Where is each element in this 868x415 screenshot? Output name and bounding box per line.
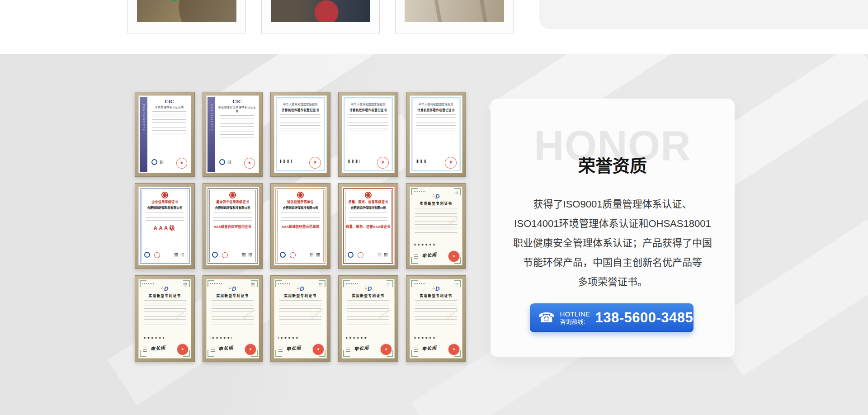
barcode (280, 160, 292, 163)
description-line: 获得了ISO9001质量管理体系认证、 (507, 194, 718, 214)
certificate-title: 质量、服务、信誉等级证书 (344, 199, 392, 204)
cic-logo: CIC (217, 99, 257, 104)
qr-code (160, 160, 164, 164)
gallery-card-2[interactable] (261, 0, 380, 33)
hotline-phone-number: 138-5600-3485 (595, 310, 693, 326)
page-title: 荣誉资质 (491, 152, 735, 177)
certificate-text-lines (212, 300, 254, 326)
certificate-text-lines (279, 300, 322, 326)
certificate-cic-environment[interactable]: CERTIFICATE CIC 环境管理体系认证证书 ★ (135, 92, 195, 177)
certificate-utility-patent-3[interactable]: ∴D 实用新型专利证书 CNIPA 申长雨 ★ (203, 275, 263, 362)
barcode (414, 337, 435, 339)
barcode (414, 244, 435, 245)
cnipa-logo-icon: ∴D (274, 286, 327, 292)
red-seal-icon (154, 252, 160, 258)
certificate-text-lines (280, 114, 320, 133)
red-star-seal-icon: ★ (175, 156, 188, 170)
certificate-enterprise-credit-aaa[interactable]: 企业信用等级证书 合肥珂玛环保科技有限公司 AAA级 (135, 183, 195, 269)
credit-grade: AAA级 (141, 224, 189, 231)
cnipa-logo-icon: ∴D (410, 193, 462, 199)
certificate-side-label: CERTIFICATE (142, 104, 145, 132)
barcode (348, 160, 360, 163)
signature-label (414, 348, 418, 352)
certificate-number-line (346, 283, 359, 284)
certificate-number-line (414, 191, 426, 192)
certificate-text-lines (146, 212, 184, 222)
certificate-utility-patent-5[interactable]: ∴D 实用新型专利证书 CNIPA 申长雨 ★ (338, 275, 398, 362)
phone-icon: ☎ (538, 311, 555, 325)
certificate-software-copyright-3[interactable]: 中华人民共和国国家版权局 计算机软件著作权登记证书 ★ (406, 92, 466, 177)
commissioner-signature: 申长雨 (421, 344, 437, 352)
certificate-title: 实用新型专利证书 (410, 201, 462, 206)
certificate-software-copyright-2[interactable]: 中华人民共和国国家版权局 计算机软件著作权登记证书 ★ (338, 92, 398, 177)
honor-card: HONOR 荣誉资质 获得了ISO9001质量管理体系认证、 ISO14001环… (491, 99, 735, 357)
credit-grade: AAA级诚信经营示范单位 (276, 224, 325, 229)
certificate-cic-ohs[interactable]: CERTIFICATE CIC 职业健康安全管理体系认证证书 ★ (203, 92, 263, 177)
gallery-card-1[interactable] (127, 0, 246, 33)
certificate-number-line (210, 283, 223, 284)
certificate-utility-patent-1[interactable]: ∴D 实用新型专利证书 CNIPA 申长雨 ★ (406, 183, 466, 269)
certificate-side-stripe: CERTIFICATE (140, 97, 147, 172)
certificate-quality-service-reputation[interactable]: 质量、服务、信誉等级证书 合肥珂玛环保科技有限公司 质量、服务、信誉AAA级企业 (338, 183, 398, 269)
national-emblem-seal-icon: ★ (313, 344, 324, 355)
certificate-side-label: CERTIFICATE (210, 104, 213, 132)
barcode (416, 160, 428, 163)
certificate-text-lines (347, 300, 390, 326)
commissioner-signature: 申长雨 (421, 250, 437, 259)
certificate-integrity-demo-unit[interactable]: 诚信经营示范单位 合肥珂玛环保科技有限公司 AAA级诚信经营示范单位 (270, 183, 330, 269)
blue-seal-icon (348, 252, 354, 258)
national-emblem-seal-icon: ★ (245, 344, 256, 355)
red-star-seal-icon: ★ (308, 156, 322, 170)
certificate-title: 职业健康安全管理体系认证证书 (217, 105, 257, 113)
certificate-software-copyright-1[interactable]: 中华人民共和国国家版权局 计算机软件著作权登记证书 ★ (270, 92, 330, 177)
certificate-number-line (278, 283, 291, 284)
honor-description: 获得了ISO9001质量管理体系认证、 ISO14001环境管理体系认证和OHS… (507, 194, 718, 292)
project-photo-excavation (137, 0, 236, 22)
company-name: 合肥珂玛环保科技有限公司 (208, 205, 257, 210)
certificate-title: 计算机软件著作权登记证书 (277, 108, 324, 112)
description-line: ISO14001环境管理体系认证和OHSAS18001 (507, 214, 718, 233)
company-name: 合肥珂玛环保科技有限公司 (141, 205, 189, 210)
credit-grade: 质量、服务、信誉AAA级企业 (344, 224, 392, 229)
national-emblem-seal-icon: ★ (448, 251, 459, 262)
qr-code (384, 253, 388, 257)
cnipa-logo-icon: ∴D (206, 286, 259, 292)
certificate-title: 计算机软件著作权登记证书 (412, 108, 460, 112)
certificate-authority: 中华人民共和国国家版权局 (277, 102, 324, 106)
honor-section: CERTIFICATE CIC 环境管理体系认证证书 ★ (0, 54, 868, 415)
certificate-utility-patent-6[interactable]: ∴D 实用新型专利证书 CNIPA 申长雨 ★ (406, 275, 466, 362)
certificate-contract-credit-aaa[interactable]: 重合同守信用等级证书 合肥珂玛环保科技有限公司 AAA级重合同守信用企业 (203, 183, 263, 269)
red-seal-icon (290, 252, 296, 258)
signature-label (346, 348, 350, 352)
description-line: 多项荣誉证书。 (507, 272, 718, 292)
national-emblem-seal-icon: ★ (448, 344, 459, 355)
top-gallery-strip (0, 0, 868, 54)
certificate-text-lines (415, 300, 458, 326)
red-seal-icon (358, 252, 363, 258)
cic-logo: CIC (149, 99, 189, 104)
signature-label (143, 348, 147, 352)
certificate-grid: CERTIFICATE CIC 环境管理体系认证证书 ★ (135, 92, 466, 362)
certificate-title: 诚信经营示范单位 (276, 199, 325, 204)
certificate-title: 实用新型专利证书 (342, 293, 395, 298)
certificate-text-lines (416, 114, 456, 133)
hotline-button[interactable]: ☎ HOTLINE 咨询热线: 138-5600-3485 (530, 303, 693, 332)
certificate-text-lines (281, 212, 320, 222)
company-name: 合肥珂玛环保科技有限公司 (276, 205, 325, 210)
project-photo-equipment (271, 0, 370, 22)
blue-seal-icon (280, 252, 286, 258)
national-emblem-seal-icon: ★ (381, 344, 392, 355)
qr-code (227, 160, 231, 164)
gallery-card-3[interactable] (395, 0, 514, 33)
previous-section-panel (539, 0, 868, 29)
certificate-title: 实用新型专利证书 (138, 293, 191, 298)
credit-grade: AAA级重合同守信用企业 (208, 224, 257, 229)
certificate-utility-patent-4[interactable]: ∴D 实用新型专利证书 CNIPA 申长雨 ★ (270, 275, 330, 362)
qr-code (377, 253, 382, 257)
certificate-side-stripe: CERTIFICATE (208, 97, 215, 172)
description-line: 节能环保产品，中国自主创新名优产品等 (507, 253, 718, 272)
red-seal-icon (222, 252, 228, 258)
certificate-utility-patent-2[interactable]: ∴D 实用新型专利证书 CNIPA 申长雨 ★ (135, 275, 195, 362)
barcode (211, 337, 231, 339)
certificate-title: 环境管理体系认证证书 (149, 105, 189, 109)
